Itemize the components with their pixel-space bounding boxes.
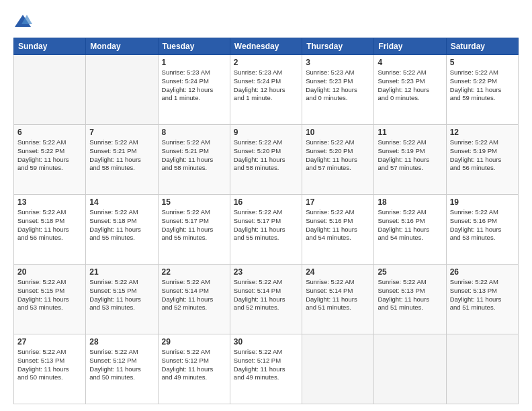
weekday-header: Thursday	[302, 38, 374, 55]
day-info: Sunrise: 5:22 AM Sunset: 5:19 PM Dayligh…	[450, 138, 515, 173]
day-info: Sunrise: 5:22 AM Sunset: 5:21 PM Dayligh…	[89, 138, 154, 173]
calendar-week-row: 13Sunrise: 5:22 AM Sunset: 5:18 PM Dayli…	[14, 195, 519, 265]
calendar-cell	[374, 334, 446, 404]
calendar-cell: 14Sunrise: 5:22 AM Sunset: 5:18 PM Dayli…	[86, 195, 158, 265]
day-number: 16	[234, 197, 298, 207]
weekday-header: Sunday	[14, 38, 86, 55]
calendar-cell: 26Sunrise: 5:22 AM Sunset: 5:13 PM Dayli…	[446, 265, 518, 334]
calendar-cell: 4Sunrise: 5:22 AM Sunset: 5:23 PM Daylig…	[374, 55, 446, 125]
calendar-cell	[302, 334, 374, 404]
day-number: 29	[162, 337, 226, 347]
day-info: Sunrise: 5:22 AM Sunset: 5:22 PM Dayligh…	[450, 68, 515, 103]
calendar-cell: 25Sunrise: 5:22 AM Sunset: 5:13 PM Dayli…	[374, 265, 446, 334]
day-number: 10	[306, 128, 370, 137]
calendar-cell: 1Sunrise: 5:23 AM Sunset: 5:24 PM Daylig…	[158, 55, 230, 125]
logo	[13, 12, 35, 31]
calendar-cell: 16Sunrise: 5:22 AM Sunset: 5:17 PM Dayli…	[230, 195, 302, 265]
day-info: Sunrise: 5:22 AM Sunset: 5:17 PM Dayligh…	[234, 208, 298, 242]
day-info: Sunrise: 5:23 AM Sunset: 5:23 PM Dayligh…	[306, 68, 370, 103]
weekday-header: Monday	[86, 38, 158, 55]
calendar-cell: 15Sunrise: 5:22 AM Sunset: 5:17 PM Dayli…	[158, 195, 230, 265]
day-info: Sunrise: 5:22 AM Sunset: 5:14 PM Dayligh…	[306, 278, 370, 312]
calendar-cell: 3Sunrise: 5:23 AM Sunset: 5:23 PM Daylig…	[302, 55, 374, 125]
day-number: 18	[378, 197, 442, 207]
day-info: Sunrise: 5:22 AM Sunset: 5:20 PM Dayligh…	[306, 138, 370, 173]
day-number: 1	[162, 58, 226, 67]
day-number: 22	[162, 267, 226, 277]
day-number: 13	[17, 197, 82, 207]
calendar-week-row: 6Sunrise: 5:22 AM Sunset: 5:22 PM Daylig…	[14, 125, 519, 195]
day-info: Sunrise: 5:22 AM Sunset: 5:20 PM Dayligh…	[234, 138, 298, 173]
calendar-cell: 20Sunrise: 5:22 AM Sunset: 5:15 PM Dayli…	[14, 265, 86, 334]
day-number: 9	[234, 128, 298, 137]
day-info: Sunrise: 5:22 AM Sunset: 5:14 PM Dayligh…	[234, 278, 298, 312]
day-info: Sunrise: 5:22 AM Sunset: 5:14 PM Dayligh…	[162, 278, 226, 312]
weekday-header: Friday	[374, 38, 446, 55]
day-number: 25	[378, 267, 442, 277]
day-info: Sunrise: 5:22 AM Sunset: 5:16 PM Dayligh…	[378, 208, 442, 242]
calendar-cell: 21Sunrise: 5:22 AM Sunset: 5:15 PM Dayli…	[86, 265, 158, 334]
day-info: Sunrise: 5:22 AM Sunset: 5:19 PM Dayligh…	[378, 138, 442, 173]
calendar-cell: 28Sunrise: 5:22 AM Sunset: 5:12 PM Dayli…	[86, 334, 158, 404]
day-number: 6	[17, 128, 82, 137]
calendar-cell: 23Sunrise: 5:22 AM Sunset: 5:14 PM Dayli…	[230, 265, 302, 334]
day-number: 17	[306, 197, 370, 207]
day-info: Sunrise: 5:22 AM Sunset: 5:22 PM Dayligh…	[17, 138, 82, 173]
day-info: Sunrise: 5:22 AM Sunset: 5:13 PM Dayligh…	[450, 278, 515, 312]
calendar-week-row: 27Sunrise: 5:22 AM Sunset: 5:13 PM Dayli…	[14, 334, 519, 404]
calendar-cell	[14, 55, 86, 125]
day-number: 27	[17, 337, 82, 347]
day-info: Sunrise: 5:22 AM Sunset: 5:17 PM Dayligh…	[162, 208, 226, 242]
calendar-week-row: 1Sunrise: 5:23 AM Sunset: 5:24 PM Daylig…	[14, 55, 519, 125]
calendar-cell: 18Sunrise: 5:22 AM Sunset: 5:16 PM Dayli…	[374, 195, 446, 265]
day-number: 24	[306, 267, 370, 277]
calendar-cell: 2Sunrise: 5:23 AM Sunset: 5:24 PM Daylig…	[230, 55, 302, 125]
calendar-cell: 17Sunrise: 5:22 AM Sunset: 5:16 PM Dayli…	[302, 195, 374, 265]
calendar-cell: 22Sunrise: 5:22 AM Sunset: 5:14 PM Dayli…	[158, 265, 230, 334]
day-info: Sunrise: 5:22 AM Sunset: 5:12 PM Dayligh…	[234, 348, 298, 382]
day-info: Sunrise: 5:22 AM Sunset: 5:16 PM Dayligh…	[450, 208, 515, 242]
page: SundayMondayTuesdayWednesdayThursdayFrid…	[0, 0, 532, 411]
calendar-table: SundayMondayTuesdayWednesdayThursdayFrid…	[13, 38, 519, 404]
logo-icon	[13, 12, 32, 31]
weekday-header: Tuesday	[158, 38, 230, 55]
calendar-cell: 29Sunrise: 5:22 AM Sunset: 5:12 PM Dayli…	[158, 334, 230, 404]
calendar-cell: 9Sunrise: 5:22 AM Sunset: 5:20 PM Daylig…	[230, 125, 302, 195]
day-number: 28	[89, 337, 154, 347]
day-info: Sunrise: 5:22 AM Sunset: 5:13 PM Dayligh…	[378, 278, 442, 312]
calendar-cell: 27Sunrise: 5:22 AM Sunset: 5:13 PM Dayli…	[14, 334, 86, 404]
day-number: 14	[89, 197, 154, 207]
calendar-cell	[86, 55, 158, 125]
weekday-header: Saturday	[446, 38, 518, 55]
calendar-cell: 24Sunrise: 5:22 AM Sunset: 5:14 PM Dayli…	[302, 265, 374, 334]
calendar-cell: 30Sunrise: 5:22 AM Sunset: 5:12 PM Dayli…	[230, 334, 302, 404]
day-number: 5	[450, 58, 515, 67]
day-number: 8	[162, 128, 226, 137]
day-number: 3	[306, 58, 370, 67]
day-info: Sunrise: 5:22 AM Sunset: 5:18 PM Dayligh…	[17, 208, 82, 242]
day-number: 30	[234, 337, 298, 347]
day-number: 2	[234, 58, 298, 67]
calendar-cell: 19Sunrise: 5:22 AM Sunset: 5:16 PM Dayli…	[446, 195, 518, 265]
calendar-cell: 6Sunrise: 5:22 AM Sunset: 5:22 PM Daylig…	[14, 125, 86, 195]
weekday-header: Wednesday	[230, 38, 302, 55]
day-info: Sunrise: 5:22 AM Sunset: 5:12 PM Dayligh…	[162, 348, 226, 382]
calendar-cell: 13Sunrise: 5:22 AM Sunset: 5:18 PM Dayli…	[14, 195, 86, 265]
calendar-cell: 8Sunrise: 5:22 AM Sunset: 5:21 PM Daylig…	[158, 125, 230, 195]
calendar-cell	[446, 334, 518, 404]
day-info: Sunrise: 5:22 AM Sunset: 5:21 PM Dayligh…	[162, 138, 226, 173]
day-info: Sunrise: 5:22 AM Sunset: 5:18 PM Dayligh…	[89, 208, 154, 242]
day-number: 21	[89, 267, 154, 277]
day-info: Sunrise: 5:22 AM Sunset: 5:16 PM Dayligh…	[306, 208, 370, 242]
day-info: Sunrise: 5:23 AM Sunset: 5:24 PM Dayligh…	[234, 68, 298, 103]
day-number: 11	[378, 128, 442, 137]
calendar-week-row: 20Sunrise: 5:22 AM Sunset: 5:15 PM Dayli…	[14, 265, 519, 334]
calendar-cell: 12Sunrise: 5:22 AM Sunset: 5:19 PM Dayli…	[446, 125, 518, 195]
header	[13, 12, 519, 31]
day-number: 19	[450, 197, 515, 207]
calendar-cell: 7Sunrise: 5:22 AM Sunset: 5:21 PM Daylig…	[86, 125, 158, 195]
day-number: 20	[17, 267, 82, 277]
day-info: Sunrise: 5:22 AM Sunset: 5:12 PM Dayligh…	[89, 348, 154, 382]
day-info: Sunrise: 5:22 AM Sunset: 5:23 PM Dayligh…	[378, 68, 442, 103]
calendar-cell: 11Sunrise: 5:22 AM Sunset: 5:19 PM Dayli…	[374, 125, 446, 195]
